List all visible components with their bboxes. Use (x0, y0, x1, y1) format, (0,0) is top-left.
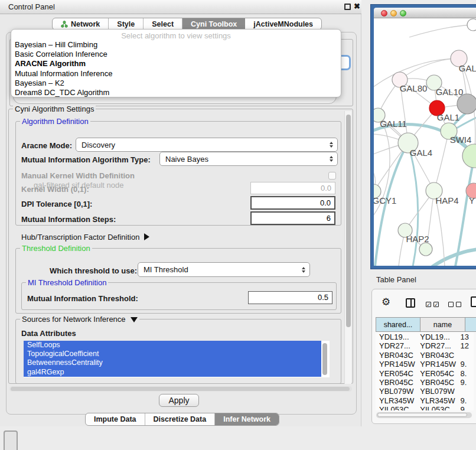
aracne-mode-combobox[interactable]: Discovery (76, 138, 338, 152)
bottom-tabbar: Impute Data Discretize Data Infer Networ… (85, 413, 279, 426)
table-cell: 9. (457, 378, 474, 387)
tab-label: Select (152, 20, 174, 28)
network-view-titlebar[interactable] (374, 8, 476, 18)
minimize-traffic-light-icon[interactable] (390, 10, 397, 17)
mi-steps-label: Mutual Information Steps: (21, 215, 116, 224)
attribute-item-selected[interactable]: SelfLoops (24, 341, 321, 350)
table-cell: YER054C (376, 369, 416, 378)
network-icon (61, 21, 68, 28)
node-label: GAL1 (437, 112, 459, 122)
table-cell: YPR145W (376, 360, 416, 369)
node-label: HAP4 (435, 195, 458, 206)
network-node[interactable] (457, 94, 476, 114)
deselect-checkbox-icon[interactable] (448, 302, 454, 307)
hub-definition-toggle[interactable]: Hub/Transcription Factor Definition (21, 233, 149, 242)
close-traffic-light-icon[interactable] (381, 10, 387, 17)
dropdown-item[interactable]: Bayesian – K2 (11, 79, 341, 88)
control-panel-titlebar[interactable]: Control Panel ✖ (0, 0, 361, 14)
aracne-mode-value: Discovery (81, 141, 115, 149)
tab-cyni-toolbox[interactable]: Cyni Toolbox (182, 18, 245, 30)
table-row[interactable]: YBR045CYBR045C9. (376, 378, 474, 387)
table-cell: 8. (457, 369, 474, 378)
table-row[interactable]: YDL19...YDL19...13 (376, 332, 474, 341)
node-label: GAL4 (410, 148, 432, 158)
dropdown-item-aracne[interactable]: ARACNE Algorithm (11, 59, 341, 69)
select-all-checkbox-icon[interactable]: ✓ (426, 302, 431, 307)
tab-discretize-data[interactable]: Discretize Data (145, 413, 216, 425)
spinner-arrows-icon (330, 142, 333, 148)
document-icon[interactable] (471, 296, 476, 307)
tab-style[interactable]: Style (109, 18, 144, 30)
tab-select[interactable]: Select (144, 18, 182, 30)
partial-corner-widget[interactable] (4, 431, 18, 450)
network-node[interactable] (419, 243, 432, 256)
column-header[interactable]: name (420, 317, 465, 332)
mi-threshold-label: Mutual Information Threshold: (27, 294, 138, 303)
table-row[interactable]: YPR145WYPR145W9. (376, 360, 474, 369)
table-cell: YBR045C (376, 378, 416, 387)
table-row[interactable]: YER054CYER054C8. (376, 369, 474, 378)
zoom-traffic-light-icon[interactable] (400, 10, 406, 17)
settings-vertical-scrollbar-thumb[interactable] (346, 115, 351, 327)
tab-label: Discretize Data (154, 415, 207, 423)
sources-group-toggle[interactable]: Sources for Network Inference (20, 315, 139, 324)
attribute-item-selected[interactable]: TopologicalCoefficient (24, 350, 321, 358)
settings-group-title: Cyni Algorithm Settings (13, 105, 96, 113)
data-attributes-label: Data Attributes (21, 329, 76, 338)
aracne-mode-label: Aracne Mode: (21, 141, 72, 150)
deselect-checkbox-icon[interactable] (456, 302, 461, 307)
table-horizontal-scrollbar-thumb[interactable] (377, 413, 467, 417)
table-row[interactable]: YBR043CYBR043C (376, 351, 474, 360)
apply-button[interactable]: Apply (159, 394, 199, 407)
spinner-arrows-icon (330, 156, 333, 162)
mi-threshold-field[interactable]: 0.5 (248, 291, 332, 304)
tab-impute-data[interactable]: Impute Data (86, 413, 145, 425)
table-cell: YDL19... (376, 332, 416, 341)
tab-network[interactable]: Network (53, 18, 109, 30)
attribute-item-selected[interactable]: gal4RGexp (24, 368, 321, 377)
tab-infer-network[interactable]: Infer Network (215, 413, 279, 425)
tab-jactivemnodules[interactable]: jActiveMNodules (245, 18, 321, 30)
which-threshold-combobox[interactable]: MI Threshold (138, 262, 310, 277)
network-canvas[interactable]: GAL2GAL80GAL10GAL1GAL11SWI4GAL4GCY1HAP4Y… (374, 18, 476, 266)
control-panel: Control Panel ✖ Network Style (0, 0, 361, 426)
table-row[interactable]: YDR27...YDR27...12 (376, 341, 474, 350)
table-cell (457, 351, 474, 360)
kernel-width-field[interactable]: 0.0 (250, 182, 335, 194)
settings-vertical-scrollbar[interactable] (344, 111, 351, 384)
dpi-tolerance-field[interactable]: 0.0 (250, 196, 335, 210)
table-cell: 13 (457, 332, 474, 341)
table-cell: YBL079W (376, 387, 416, 396)
settings-horizontal-scrollbar[interactable] (9, 386, 352, 392)
table-row[interactable]: YIL053CYIL053C9. (376, 405, 474, 410)
table-horizontal-scrollbar[interactable] (376, 412, 472, 418)
mi-steps-field[interactable]: 6 (250, 211, 335, 225)
table-cell: YER054C (416, 369, 457, 378)
dropdown-item[interactable]: Bayesian – Hill Climbing (11, 40, 341, 50)
manual-kernel-checkbox[interactable] (328, 172, 336, 180)
spinner-arrows-icon (302, 267, 305, 273)
table-cell: YBR043C (416, 351, 457, 360)
table-cell: YIL053C (376, 405, 416, 410)
table-cell: YBR043C (376, 351, 416, 360)
select-all-checkbox-icon[interactable]: ✓ (433, 302, 439, 307)
float-window-icon[interactable] (344, 4, 351, 10)
columns-icon[interactable] (406, 298, 415, 308)
dropdown-item[interactable]: Basic Correlation Inference (11, 50, 341, 59)
dropdown-item[interactable]: Mutual Information Inference (11, 69, 341, 79)
close-icon[interactable]: ✖ (354, 2, 360, 11)
node-label: SWI4 (450, 135, 472, 145)
table-row[interactable]: YLR345WYLR345W9. (376, 396, 474, 405)
table-row[interactable]: YBL079WYBL079W (376, 387, 474, 396)
attribute-item-selected[interactable]: BetweennessCentrality (24, 358, 321, 367)
mi-type-combobox[interactable]: Naive Bayes (159, 152, 338, 166)
settings-horizontal-scrollbar-thumb[interactable] (11, 387, 350, 391)
attribute-list-scrollbar[interactable] (322, 343, 327, 375)
node-label: GCY1 (374, 195, 396, 206)
network-node[interactable] (467, 19, 476, 31)
dropdown-item[interactable]: Dream8 DC_TDC Algorithm (11, 88, 341, 97)
gear-icon[interactable]: ⚙ (382, 297, 390, 307)
column-header[interactable] (465, 317, 476, 332)
column-header[interactable]: shared... (376, 317, 420, 332)
table-cell: YDL19... (416, 332, 457, 341)
